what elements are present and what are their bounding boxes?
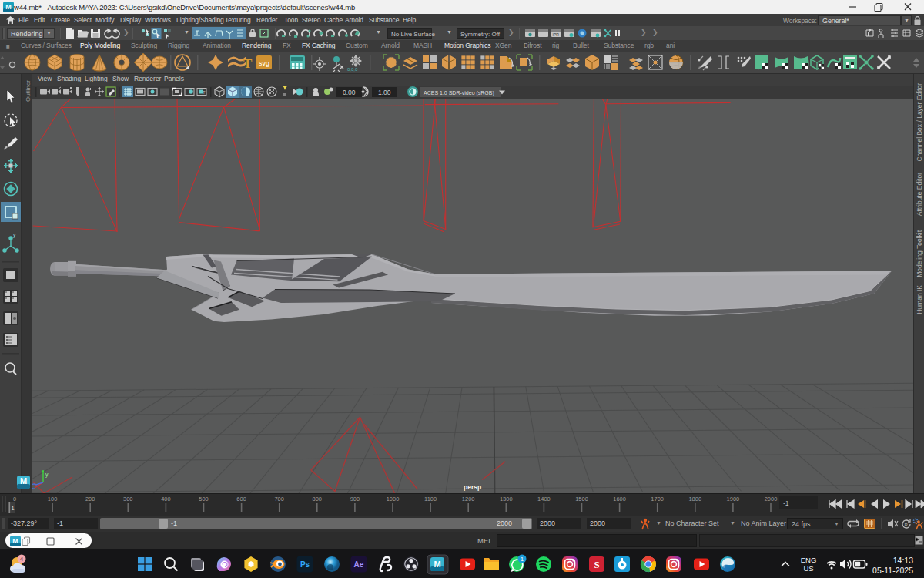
svg-text:300: 300 xyxy=(123,496,133,502)
svg-text:14:13: 14:13 xyxy=(893,556,913,565)
svg-text:1.00: 1.00 xyxy=(378,89,391,96)
svg-text:1300: 1300 xyxy=(500,496,513,502)
svg-text:1800: 1800 xyxy=(688,496,701,502)
svg-text:M: M xyxy=(12,536,18,544)
svg-text:T: T xyxy=(203,90,206,95)
svg-text:400: 400 xyxy=(161,496,171,502)
svg-text:svg: svg xyxy=(259,59,270,67)
svg-text:ACES 1.0 SDR-video (sRGB): ACES 1.0 SDR-video (sRGB) xyxy=(424,90,494,96)
svg-text:700: 700 xyxy=(274,496,284,502)
svg-text:1200: 1200 xyxy=(462,496,475,502)
svg-text:M: M xyxy=(434,560,440,569)
svg-text:Ps: Ps xyxy=(300,560,310,569)
svg-text:1: 1 xyxy=(521,556,524,563)
svg-text:persp: persp xyxy=(464,483,481,491)
svg-text:y: y xyxy=(45,472,49,478)
svg-text:1900: 1900 xyxy=(727,496,740,502)
svg-text:05-11-2025: 05-11-2025 xyxy=(872,566,913,575)
svg-text:M: M xyxy=(20,476,27,486)
svg-text:y: y xyxy=(13,232,16,238)
svg-text:1: 1 xyxy=(12,505,15,512)
svg-text:1600: 1600 xyxy=(613,496,626,502)
svg-text:1700: 1700 xyxy=(651,496,664,502)
svg-text:M: M xyxy=(5,3,12,11)
svg-text:900: 900 xyxy=(350,496,360,502)
svg-text:0.00: 0.00 xyxy=(343,89,356,96)
svg-text:500: 500 xyxy=(199,496,209,502)
svg-text:US: US xyxy=(803,564,813,573)
svg-text:S: S xyxy=(594,559,599,570)
svg-text:600: 600 xyxy=(236,496,246,502)
svg-text:800: 800 xyxy=(313,496,323,502)
svg-text:0: 0 xyxy=(13,496,16,502)
svg-text:4: 4 xyxy=(20,556,24,563)
svg-text:200: 200 xyxy=(85,496,95,502)
svg-text:ENG: ENG xyxy=(801,556,817,564)
svg-text:0,0,0: 0,0,0 xyxy=(347,67,358,72)
svg-text:1500: 1500 xyxy=(575,496,588,502)
svg-text:IPR: IPR xyxy=(553,32,560,37)
svg-text:1000: 1000 xyxy=(387,496,400,502)
svg-text:-1: -1 xyxy=(783,499,789,507)
svg-text:R: R xyxy=(905,523,909,527)
svg-text:100: 100 xyxy=(48,496,58,502)
svg-text:1100: 1100 xyxy=(424,496,437,502)
svg-text:T: T xyxy=(243,56,253,71)
svg-text:Ae: Ae xyxy=(354,560,364,569)
svg-text:1400: 1400 xyxy=(537,496,551,502)
svg-text:2000: 2000 xyxy=(765,496,778,502)
